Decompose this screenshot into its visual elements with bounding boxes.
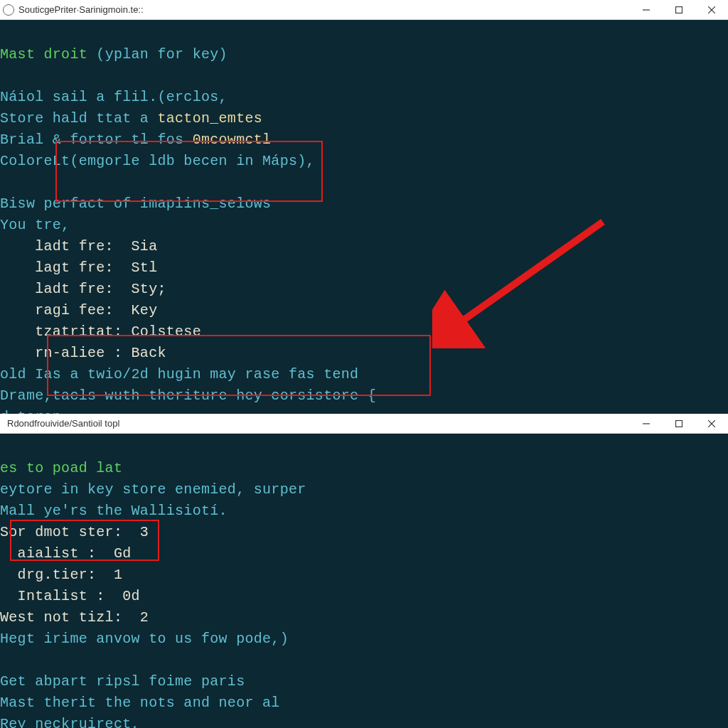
- maximize-icon: [675, 420, 682, 427]
- terminal-line: drg.tier: 1: [0, 567, 122, 583]
- terminal-line: ColoreLt(: [0, 153, 79, 169]
- terminal-line: 0mcowmctl: [193, 132, 272, 148]
- minimize-icon: [643, 6, 650, 14]
- terminal-line: Get abpart ripsl foime paris: [0, 673, 245, 690]
- window-controls-1: [630, 0, 728, 19]
- terminal-line: Intalist : 0d: [0, 588, 140, 604]
- close-icon: [708, 6, 715, 14]
- terminal-line: You tre,: [0, 217, 70, 233]
- terminal-line: Store hald ttat a: [0, 110, 157, 127]
- terminal-line: Brial & fortor tl fos: [0, 132, 193, 148]
- window-title-1: SouticgePriter·Sarinigmoin.te::: [18, 4, 630, 15]
- terminal-line: ladt fre: Sia: [0, 238, 157, 255]
- titlebar-2[interactable]: Rdondfrouivide/Santioil topl: [0, 414, 728, 434]
- terminal-line: (yplan for key): [96, 46, 228, 63]
- minimize-icon: [643, 420, 650, 427]
- titlebar-1[interactable]: SouticgePriter·Sarinigmoin.te::: [0, 0, 728, 20]
- window-controls-2: [630, 414, 728, 433]
- terminal-line: Bisw pe: [0, 196, 61, 212]
- terminal-line: aialist : Gd: [0, 545, 132, 562]
- terminal-line: rfact of imaplins_selows: [61, 196, 271, 212]
- terminal-line: Rey neckruirect,: [0, 716, 140, 728]
- terminal-line: emgorle ldb becen in Máps),: [79, 153, 315, 169]
- close-icon: [708, 420, 715, 427]
- close-button-1[interactable]: [695, 0, 728, 19]
- terminal-body-1[interactable]: Mast droit (yplan for key) Náiol sail a …: [0, 20, 728, 431]
- terminal-line: Mast droit: [0, 46, 96, 63]
- terminal-window-2: Rdondfrouivide/Santioil topl es to poad …: [0, 414, 728, 728]
- app-icon-1: [3, 4, 14, 16]
- terminal-window-1: SouticgePriter·Sarinigmoin.te:: Mast dro…: [0, 0, 728, 414]
- terminal-line: lagt fre: Stl: [0, 259, 157, 276]
- window-title-2: Rdondfrouivide/Santioil topl: [3, 418, 630, 429]
- svg-rect-5: [676, 420, 682, 427]
- close-button-2[interactable]: [695, 414, 728, 433]
- terminal-line: Sor dmot ster: 3: [0, 524, 149, 540]
- terminal-line: Náiol sail a flil.(erclos,: [0, 89, 228, 105]
- terminal-line: tacton_emtes: [157, 110, 262, 127]
- maximize-button-2[interactable]: [663, 414, 695, 433]
- terminal-line: ladt fre: Sty;: [0, 281, 166, 297]
- minimize-button-2[interactable]: [630, 414, 663, 433]
- svg-rect-1: [676, 6, 682, 13]
- terminal-line: Hegt irime anvow to us fow pode,): [0, 631, 289, 647]
- terminal-line: eytore in key store enemied, surper: [0, 481, 306, 498]
- terminal-body-2[interactable]: es to poad lat eytore in key store enemi…: [0, 434, 728, 728]
- terminal-line: ragi fee: Key: [0, 302, 157, 318]
- terminal-line: tacls wuth theriture hey corsistore {: [53, 387, 376, 404]
- maximize-button-1[interactable]: [663, 0, 695, 19]
- terminal-line: Mall ye'rs the Wallisiotí.: [0, 503, 228, 519]
- terminal-line: rn-aliee : Back: [0, 345, 166, 361]
- terminal-line: West not tizl: 2: [0, 609, 149, 626]
- terminal-line: s a twio/2d hugin may rase fas tend: [53, 366, 359, 382]
- terminal-line: tzatritat: Colstese: [0, 323, 201, 340]
- terminal-line: es to poad lat: [0, 460, 122, 476]
- maximize-icon: [675, 6, 682, 14]
- terminal-line: Mast therit the nots and neor al: [0, 695, 280, 711]
- terminal-line: Drame,: [0, 387, 53, 404]
- terminal-line: old Ia: [0, 366, 53, 382]
- minimize-button-1[interactable]: [630, 0, 663, 19]
